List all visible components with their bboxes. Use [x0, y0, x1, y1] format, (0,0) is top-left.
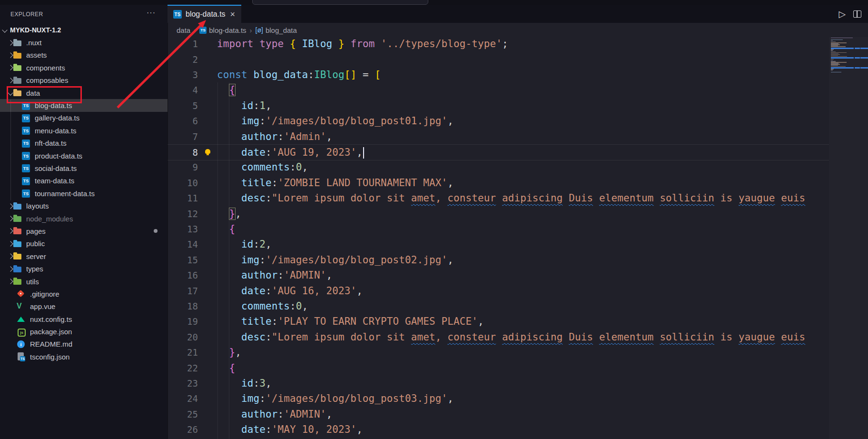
code-line-13[interactable]: 13 { [168, 221, 829, 237]
tree-item-menu-data-ts[interactable]: TSmenu-data.ts [0, 124, 168, 137]
code-line-26[interactable]: 26 date:'MAY 10, 2023', [168, 422, 829, 437]
breadcrumb-item[interactable]: TSblog-data.ts [199, 26, 246, 34]
tree-item-components[interactable]: components [0, 61, 168, 74]
title-bar [0, 0, 868, 5]
tree-indent-guide [10, 100, 11, 200]
more-actions-icon[interactable]: ··· [147, 9, 156, 17]
tree-item-server[interactable]: server [0, 250, 168, 262]
breadcrumb-separator: › [250, 26, 252, 34]
tree-item-pages[interactable]: pages [0, 225, 168, 237]
tree-item-tournament-data-ts[interactable]: TStournament-data.ts [0, 187, 168, 200]
tree-item-label: team-data.ts [35, 177, 74, 185]
code-line-4[interactable]: 4 { [168, 82, 829, 98]
code-line-20[interactable]: 20 desc:"Lorem ipsum dolor sit amet, con… [168, 329, 829, 345]
git-icon [16, 289, 27, 298]
code-text: author:'ADMIN', [217, 407, 332, 422]
breadcrumb: data›TSblog-data.ts›[ø]blog_data [177, 24, 297, 36]
code-line-15[interactable]: 15 img:'/images/blog/blog_post02.jpg', [168, 252, 829, 268]
minimap-highlight-bar [831, 57, 868, 59]
folder-icon [12, 265, 23, 273]
folder-icon [12, 239, 23, 248]
code-line-14[interactable]: 14 id:2, [168, 237, 829, 252]
code-line-2[interactable]: 2 [168, 52, 829, 67]
code-text: img:'/images/blog/blog_post03.jpg', [217, 391, 454, 406]
code-line-3[interactable]: 3const blog_data:IBlog[] = [ [168, 67, 829, 82]
tree-item-gallery-data-ts[interactable]: TSgallery-data.ts [0, 112, 168, 124]
line-number: 3 [168, 67, 198, 82]
modified-dot [154, 229, 158, 233]
tree-item-label: product-data.ts [35, 152, 82, 160]
tab-blog-data[interactable]: TS blog-data.ts × [168, 5, 241, 23]
explorer-sidebar: EXPLORER ··· MYKD-NUXT-1.2.nuxtassetscom… [0, 5, 168, 439]
tree-item--nuxt[interactable]: .nuxt [0, 36, 168, 49]
code-line-9[interactable]: 9 comments:0, [168, 160, 829, 175]
code-line-6[interactable]: 6 img:'/images/blog/blog_post01.jpg', [168, 113, 829, 129]
code-line-16[interactable]: 16 author:'ADMIN', [168, 268, 829, 283]
minimap[interactable] [829, 37, 868, 439]
tree-item-label: nft-data.ts [35, 139, 67, 147]
tree-item-layouts[interactable]: layouts [0, 200, 168, 212]
tree-item-package-json[interactable]: jspackage.json [0, 325, 168, 338]
tree-item-assets[interactable]: assets [0, 49, 168, 61]
close-icon[interactable]: × [230, 10, 236, 19]
code-line-5[interactable]: 5 id:1, [168, 98, 829, 113]
tree-root[interactable]: MYKD-NUXT-1.2 [0, 24, 168, 36]
tree-item--gitignore[interactable]: .gitignore [0, 288, 168, 300]
code-line-10[interactable]: 10 title:'ZOMBIE LAND TOURNAMENT MAX', [168, 175, 829, 190]
minimap-line [831, 56, 847, 57]
breadcrumb-label: blog_data [266, 26, 297, 34]
code-line-25[interactable]: 25 author:'ADMIN', [168, 407, 829, 422]
code-text: desc:"Lorem ipsum dolor sit amet, conste… [217, 190, 805, 206]
tree-item-node-modules[interactable]: node_modules [0, 212, 168, 225]
tree-item-label: composables [26, 76, 68, 84]
run-icon[interactable]: ▷ [838, 9, 846, 20]
code-line-24[interactable]: 24 img:'/images/blog/blog_post03.jpg', [168, 391, 829, 406]
code-text: { [217, 360, 235, 376]
tree-item-product-data-ts[interactable]: TSproduct-data.ts [0, 150, 168, 162]
code-text: img:'/images/blog/blog_post01.jpg', [217, 113, 454, 129]
tree-item-nft-data-ts[interactable]: TSnft-data.ts [0, 137, 168, 150]
code-line-8[interactable]: 8 date:'AUG 19, 2023', [168, 144, 829, 160]
tree-item-readme-md[interactable]: iREADME.md [0, 338, 168, 350]
folder-icon [12, 214, 23, 223]
editor-actions: ▷ [838, 5, 861, 23]
code-editor[interactable]: 1import type { IBlog } from '../types/bl… [168, 36, 829, 439]
tree-item-social-data-ts[interactable]: TSsocial-data.ts [0, 162, 168, 174]
tree-item-nuxt-config-ts[interactable]: nuxt.config.ts [0, 313, 168, 325]
tree-item-team-data-ts[interactable]: TSteam-data.ts [0, 175, 168, 187]
folder-icon [12, 51, 23, 60]
tree-item-types[interactable]: types [0, 262, 168, 275]
command-center[interactable] [252, 0, 428, 5]
line-number: 1 [168, 36, 198, 51]
tree-item-tsconfig-json[interactable]: tsconfig.json [0, 350, 168, 363]
code-line-22[interactable]: 22 { [168, 360, 829, 376]
breadcrumb-label: data [177, 26, 190, 34]
line-number: 2 [168, 52, 198, 67]
split-editor-icon[interactable] [853, 10, 861, 18]
typescript-icon: TS [21, 126, 31, 135]
breadcrumb-item[interactable]: data [177, 26, 190, 34]
line-number: 22 [168, 360, 198, 376]
tree-item-public[interactable]: public [0, 238, 168, 250]
code-line-7[interactable]: 7 author:'Admin', [168, 129, 829, 144]
code-line-1[interactable]: 1import type { IBlog } from '../types/bl… [168, 36, 829, 51]
code-text: { [217, 221, 235, 237]
code-line-23[interactable]: 23 id:3, [168, 376, 829, 391]
tree-item-app-vue[interactable]: Vapp.vue [0, 300, 168, 313]
typescript-icon: TS [21, 189, 31, 198]
vue-icon: V [16, 302, 27, 311]
code-line-11[interactable]: 11 desc:"Lorem ipsum dolor sit amet, con… [168, 190, 829, 206]
line-number: 11 [168, 190, 198, 206]
tree-item-composables[interactable]: composables [0, 74, 168, 87]
code-line-17[interactable]: 17 date:'AUG 16, 2023', [168, 283, 829, 299]
minimap-line [831, 46, 846, 47]
code-line-21[interactable]: 21 }, [168, 345, 829, 360]
typescript-icon: TS [21, 139, 31, 148]
tree-item-label: .nuxt [26, 39, 42, 47]
breadcrumb-item[interactable]: [ø]blog_data [256, 26, 297, 34]
code-line-18[interactable]: 18 comments:0, [168, 299, 829, 314]
lightbulb-icon[interactable] [205, 149, 210, 154]
code-line-12[interactable]: 12 }, [168, 206, 829, 221]
code-line-19[interactable]: 19 title:'PLAY TO EARN CRYPTO GAMES PLAC… [168, 314, 829, 329]
tree-item-utils[interactable]: utils [0, 275, 168, 288]
